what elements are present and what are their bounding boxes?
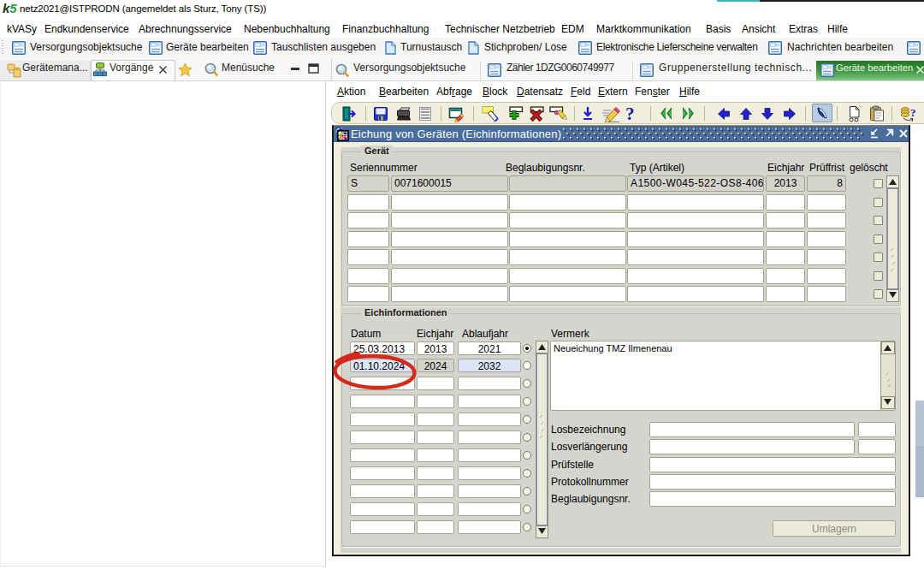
- svg-text:?: ?: [910, 106, 916, 119]
